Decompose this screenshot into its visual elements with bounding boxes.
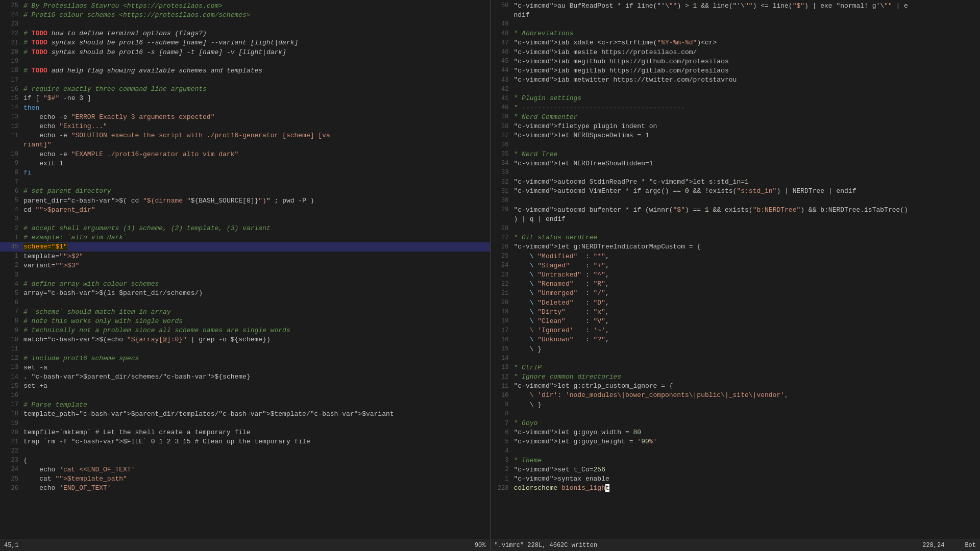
line-number: 16 xyxy=(2,86,18,93)
line-content: # Prot16 colour schemes <https://protesi… xyxy=(23,11,488,19)
line-content: "c-vimcmd">let NERDTreeShowHidden=1 xyxy=(514,160,978,167)
line-content: "c-vimcmd">let NERDSpaceDelims = 1 xyxy=(514,132,978,139)
line-number: 45 xyxy=(493,58,509,65)
table-row: 39" Nerd Commenter xyxy=(491,112,981,121)
editor-container: 25# By Protesilaos Stavrou <https://prot… xyxy=(0,0,980,539)
left-pane: 25# By Protesilaos Stavrou <https://prot… xyxy=(0,0,491,539)
line-number: 21 xyxy=(2,39,18,46)
right-position: 228,24 xyxy=(922,542,944,549)
table-row: 21 \ "Unmerged" : "/", xyxy=(491,289,981,298)
line-content: "c-vimcmd">let g:goyo_width = 80 xyxy=(514,429,978,436)
table-row: 4# define array with colour schemes xyxy=(0,280,490,289)
table-row: 7 xyxy=(0,178,490,187)
table-row: 22 \ "Renamed" : "R", xyxy=(491,280,981,289)
line-content: ( xyxy=(23,457,488,464)
line-content: \ 'dir': 'node_modules\|bower_components… xyxy=(514,391,978,399)
table-row: 15set +a xyxy=(0,382,490,391)
table-row: 15 \ } xyxy=(491,344,981,354)
line-number: 22 xyxy=(2,447,18,455)
left-code-area[interactable]: 25# By Protesilaos Stavrou <https://prot… xyxy=(0,0,490,539)
left-percent: 90% xyxy=(475,542,486,549)
table-row: 23( xyxy=(0,456,490,465)
table-row: 16 xyxy=(0,391,490,400)
line-number: 22 xyxy=(2,30,18,37)
line-number: 18 xyxy=(2,410,18,417)
line-number: 31 xyxy=(493,188,509,195)
line-number: 1 xyxy=(2,234,18,241)
line-number: 2 xyxy=(2,225,18,232)
line-content: # note this works only with single words xyxy=(23,317,488,325)
line-number: 13 xyxy=(2,113,18,120)
line-content: " --------------------------------------… xyxy=(514,104,978,112)
line-content: "c-vimcmd">iab megitlab https://gitlab.c… xyxy=(514,67,978,74)
table-row: 19 xyxy=(0,57,490,66)
line-number: 15 xyxy=(2,383,18,390)
line-number: 25 xyxy=(493,253,509,260)
line-content: "c-vimcmd">autocmd VimEnter * if argc() … xyxy=(514,187,978,195)
line-content: " Goyo xyxy=(514,419,978,427)
line-content: match="c-bash-var">$(echo "${array[@]:0}… xyxy=(23,336,488,343)
line-content: " Nerd Commenter xyxy=(514,113,978,121)
line-content: fi xyxy=(23,169,488,177)
table-row: 13set -a xyxy=(0,363,490,372)
line-content: exit 1 xyxy=(23,160,488,167)
line-number: 38 xyxy=(493,123,509,130)
line-content: # include prot16 scheme specs xyxy=(23,355,488,362)
line-number: 32 xyxy=(493,179,509,186)
line-number: 20 xyxy=(2,429,18,436)
line-number: 228 xyxy=(493,485,509,492)
table-row: 5parent_dir="c-bash-var">$( cd "$(dirnam… xyxy=(0,196,490,205)
line-number: 30 xyxy=(493,197,509,204)
line-number: 23 xyxy=(493,271,509,279)
table-row: 16 \ "Unknown" : "?", xyxy=(491,335,981,344)
line-number: 12 xyxy=(493,373,509,381)
line-number: 19 xyxy=(493,308,509,315)
table-row: 45"c-vimcmd">iab megithub https://github… xyxy=(491,57,981,66)
line-content: "c-vimcmd">au BufReadPost * if line("'\"… xyxy=(514,2,978,10)
line-content: \ "Staged" : "+", xyxy=(514,262,978,269)
table-row: 29"c-vimcmd">autocmd bufenter * if (winn… xyxy=(491,205,981,214)
line-content: if [ "$#" -ne 3 ] xyxy=(23,94,488,102)
table-row: 24 echo 'cat <<END_OF_TEXT' xyxy=(0,465,490,474)
line-number: 14 xyxy=(2,373,18,381)
table-row: 47"c-vimcmd">iab xdate <c-r>=strftime("%… xyxy=(491,38,981,47)
line-number: 36 xyxy=(493,141,509,148)
line-content: "c-vimcmd">iab megithub https://github.c… xyxy=(514,58,978,65)
line-number: 10 xyxy=(2,151,18,158)
line-number: 3 xyxy=(2,271,18,279)
table-row: 45scheme="$1" xyxy=(0,242,490,252)
table-row: 9# technically not a problem since all s… xyxy=(0,326,490,335)
table-row: 49 xyxy=(491,19,981,29)
table-row: 20 \ "Deleted" : "D", xyxy=(491,298,981,307)
table-row: 41" Plugin settings xyxy=(491,94,981,103)
table-row: 12" Ignore common directories xyxy=(491,372,981,382)
line-number: 24 xyxy=(2,466,18,473)
line-content: \ 'Ignored' : '~', xyxy=(514,327,978,334)
line-number: 15 xyxy=(493,345,509,353)
line-content: echo -e "SOLUTION execute the script wit… xyxy=(23,132,488,139)
table-row: 8 xyxy=(491,409,981,418)
line-number: 8 xyxy=(2,169,18,176)
line-number: 40 xyxy=(493,104,509,111)
line-number: 3 xyxy=(2,215,18,222)
line-content: "c-vimcmd">set t_Co=256 xyxy=(514,466,978,473)
table-row: 31"c-vimcmd">autocmd VimEnter * if argc(… xyxy=(491,187,981,196)
right-code-area[interactable]: 50"c-vimcmd">au BufReadPost * if line("'… xyxy=(491,0,981,539)
table-row: 35" Nerd Tree xyxy=(491,149,981,159)
table-row: 18 \ "Clean" : "V", xyxy=(491,316,981,325)
line-content: "c-vimcmd">let g:NERDTreeIndicatorMapCus… xyxy=(514,243,978,251)
line-number: 12 xyxy=(2,355,18,362)
table-row: 50"c-vimcmd">au BufReadPost * if line("'… xyxy=(491,1,981,10)
table-row: 2# accept shell arguments (1) scheme, (2… xyxy=(0,224,490,233)
table-row: 23 xyxy=(0,19,490,29)
line-number: 10 xyxy=(2,336,18,343)
line-content: tempfile=`mktemp` # Let the shell create… xyxy=(23,429,488,436)
table-row: 9 \ } xyxy=(491,400,981,409)
table-row: 14. "c-bash-var">$parent_dir/schemes/"c-… xyxy=(0,372,490,382)
table-row: 21# TODO syntax should be prot16 --schem… xyxy=(0,38,490,47)
table-row: 48" Abbreviations xyxy=(491,29,981,38)
line-number: 2 xyxy=(493,466,509,473)
line-number: 9 xyxy=(2,327,18,334)
line-number: 29 xyxy=(493,206,509,213)
line-content: echo 'cat <<END_OF_TEXT' xyxy=(23,466,488,473)
